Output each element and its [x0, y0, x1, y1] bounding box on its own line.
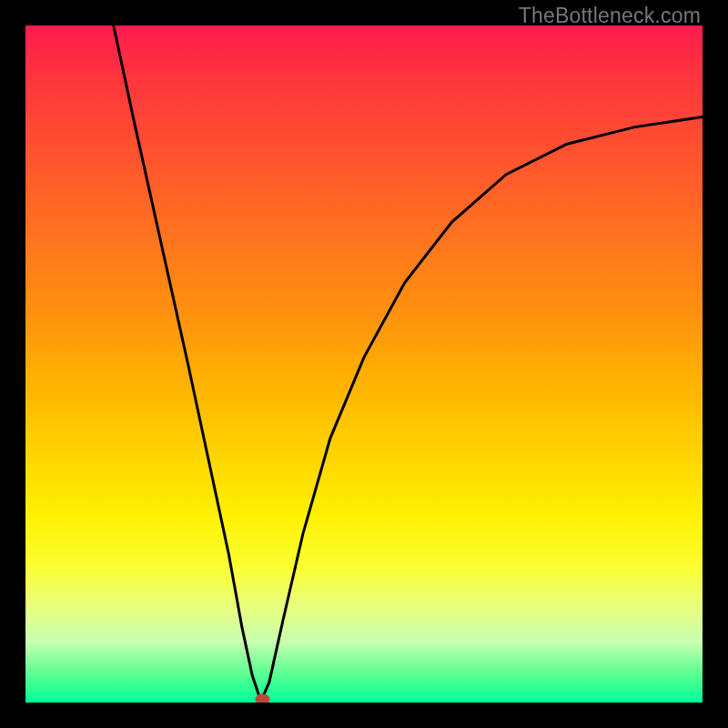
watermark-label: TheBottleneck.com [519, 4, 701, 28]
chart-plot-area [25, 25, 703, 703]
